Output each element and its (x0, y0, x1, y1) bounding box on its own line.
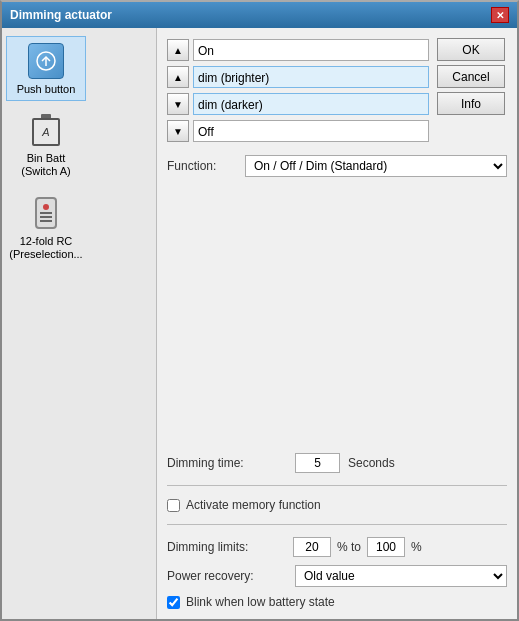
rc-bar-3 (40, 220, 52, 222)
blink-battery-row: Blink when low battery state (167, 595, 507, 609)
main-panel: ▲ On ▲ dim (brighter) ▼ dim (darker) (157, 28, 517, 619)
power-recovery-select[interactable]: Old value On Off (295, 565, 507, 587)
blink-battery-checkbox[interactable] (167, 596, 180, 609)
function-label: Function: (167, 159, 237, 173)
function-row: Function: On / Off / Dim (Standard) On /… (167, 155, 507, 177)
action-row-on: ▲ On (167, 38, 429, 62)
top-area: ▲ On ▲ dim (brighter) ▼ dim (darker) (167, 38, 507, 143)
rc-icon-inner (35, 197, 57, 229)
action-btn-on[interactable]: ▲ (167, 39, 189, 61)
power-recovery-label: Power recovery: (167, 569, 287, 583)
action-btn-off[interactable]: ▼ (167, 120, 189, 142)
dimming-time-label: Dimming time: (167, 456, 287, 470)
separator-2 (167, 524, 507, 525)
rc-bar-1 (40, 212, 52, 214)
cancel-button[interactable]: Cancel (437, 65, 505, 88)
seconds-label: Seconds (348, 456, 395, 470)
pushbutton-svg (35, 50, 57, 72)
memory-function-checkbox[interactable] (167, 499, 180, 512)
action-row-dim-brighter: ▲ dim (brighter) (167, 65, 429, 89)
window-title: Dimming actuator (10, 8, 112, 22)
dimming-limits-min-input[interactable] (293, 537, 331, 557)
memory-function-label: Activate memory function (186, 498, 321, 512)
dimming-limits-row: Dimming limits: % to % (167, 537, 507, 557)
action-field-dim-darker: dim (darker) (193, 93, 429, 115)
rc-bars (40, 212, 52, 222)
info-button[interactable]: Info (437, 92, 505, 115)
action-btn-dim-brighter[interactable]: ▲ (167, 66, 189, 88)
sidebar-item-bin-batt[interactable]: A Bin Batt (Switch A) (6, 105, 86, 183)
percent-to-label: % to (337, 540, 361, 554)
action-field-dim-brighter: dim (brighter) (193, 66, 429, 88)
separator-1 (167, 485, 507, 486)
rc-icon (30, 195, 62, 231)
title-bar: Dimming actuator ✕ (2, 2, 517, 28)
rc-dot (43, 204, 49, 210)
binbatt-body: A (32, 118, 60, 146)
percent-label: % (411, 540, 422, 554)
sidebar-item-rc[interactable]: 12-fold RC (Preselection... (6, 188, 86, 266)
rc-icon-container (26, 193, 66, 233)
rc-bar-2 (40, 216, 52, 218)
action-row-dim-darker: ▼ dim (darker) (167, 92, 429, 116)
dimming-limits-max-input[interactable] (367, 537, 405, 557)
dimming-limits-label: Dimming limits: (167, 540, 287, 554)
middle-spacer (167, 185, 507, 445)
memory-function-row: Activate memory function (167, 498, 507, 512)
sidebar-item-rc-label2: (Preselection... (9, 248, 82, 261)
sidebar-item-bin-batt-label2: (Switch A) (21, 165, 71, 178)
dimming-time-input[interactable] (295, 453, 340, 473)
close-button[interactable]: ✕ (491, 7, 509, 23)
sidebar-item-bin-batt-label1: Bin Batt (27, 152, 66, 165)
sidebar-item-push-button-label: Push button (17, 83, 76, 96)
push-button-icon-container (26, 41, 66, 81)
action-row-off: ▼ Off (167, 119, 429, 143)
ok-button[interactable]: OK (437, 38, 505, 61)
action-btn-dim-darker[interactable]: ▼ (167, 93, 189, 115)
sidebar-item-rc-label1: 12-fold RC (20, 235, 73, 248)
action-field-off: Off (193, 120, 429, 142)
content-area: Push button A Bin Batt (Switch A) (2, 28, 517, 619)
action-field-on: On (193, 39, 429, 61)
power-recovery-row: Power recovery: Old value On Off (167, 565, 507, 587)
function-select[interactable]: On / Off / Dim (Standard) On / Off Dim o… (245, 155, 507, 177)
dimming-time-row: Dimming time: Seconds (167, 453, 507, 473)
main-window: Dimming actuator ✕ Push button (0, 0, 519, 621)
sidebar: Push button A Bin Batt (Switch A) (2, 28, 157, 619)
right-buttons: OK Cancel Info (437, 38, 507, 143)
pushbutton-icon (28, 43, 64, 79)
blink-battery-label: Blink when low battery state (186, 595, 335, 609)
actions-list: ▲ On ▲ dim (brighter) ▼ dim (darker) (167, 38, 429, 143)
bin-batt-icon-container: A (26, 110, 66, 150)
sidebar-item-push-button[interactable]: Push button (6, 36, 86, 101)
binbatt-icon: A (30, 112, 62, 148)
